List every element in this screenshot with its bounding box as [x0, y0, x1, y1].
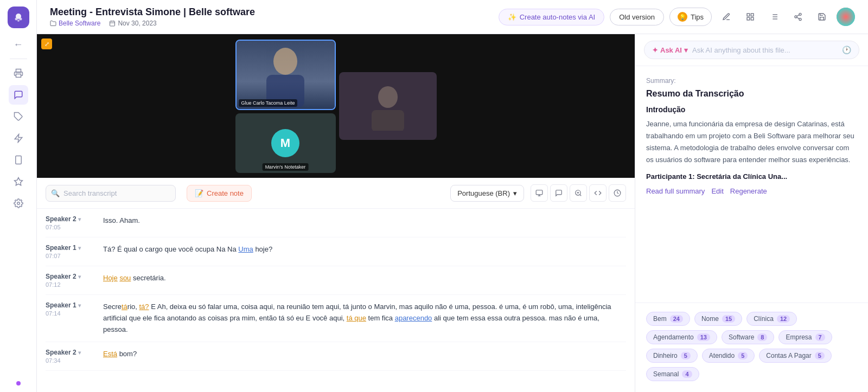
tag-count: 13 [697, 333, 710, 341]
speaker-name[interactable]: Speaker 2 ▾ [46, 215, 94, 223]
intro-text: Jeanne, uma funcionária da empresa de de… [646, 118, 857, 166]
transcript-entry: Speaker 2 ▾07:34Está bom? [46, 342, 626, 371]
speaker-name[interactable]: Speaker 1 ▾ [46, 301, 94, 309]
tag-name: Agendamento [653, 333, 694, 341]
avatar[interactable] [837, 8, 855, 26]
history-icon[interactable]: 🕐 [842, 46, 851, 54]
search-input[interactable] [46, 185, 176, 202]
create-note-button[interactable]: 📝 Create note [187, 185, 252, 202]
sidebar-tag-icon[interactable] [9, 107, 28, 126]
tag-name: Nome [701, 315, 719, 323]
ai-search-wrap: ✦ Ask AI ▾ 🕐 [644, 41, 859, 59]
regenerate-link[interactable]: Regenerate [730, 187, 767, 195]
transcript-entry: Speaker 1 ▾07:14Secretário, tá? E Ah, de… [46, 295, 626, 342]
transcript-entry: Speaker 2 ▾07:12Hoje sou secretária. [46, 266, 626, 295]
tag-item[interactable]: Bem24 [646, 312, 690, 326]
svg-point-31 [837, 8, 855, 26]
svg-rect-12 [110, 21, 115, 26]
tag-item[interactable]: Semanal4 [646, 367, 699, 381]
transcript-panel: 🔍 📝 Create note Portuguese (BR) ▾ [37, 178, 635, 392]
project-link[interactable]: Belle Software [59, 20, 100, 27]
grid-icon-button[interactable] [741, 8, 760, 26]
sidebar-settings-icon[interactable] [9, 194, 28, 213]
transcript-text: Isso. Aham. [103, 215, 626, 230]
intro-title: Introdução [646, 105, 857, 114]
tips-button[interactable]: 💡 Tips [669, 8, 712, 26]
header: Meeting - Entrevista Simone | Belle soft… [37, 0, 868, 34]
sidebar-mobile-icon[interactable] [9, 150, 28, 170]
tag-name: Dinheiro [653, 352, 678, 359]
toolbar-icon-1[interactable] [531, 184, 548, 202]
tips-icon: 💡 [678, 12, 687, 22]
toolbar-icon-5[interactable] [609, 184, 626, 202]
video-bg: ⤢ Glue Carlo [37, 34, 635, 178]
edit-icon-button[interactable] [717, 8, 736, 26]
speaker-time: 07:14 [46, 310, 94, 317]
speaker-name[interactable]: Speaker 2 ▾ [46, 273, 94, 280]
video-layout: Glue Carlo Tacoma Leite M Marvin's Notet… [37, 34, 635, 178]
speaker-name[interactable]: Speaker 2 ▾ [46, 349, 94, 356]
toolbar-icon-3[interactable] [570, 184, 587, 202]
tag-item[interactable]: Dinheiro5 [646, 349, 698, 363]
note-icon: 📝 [195, 189, 203, 197]
tag-item[interactable]: Contas A Pagar5 [759, 349, 832, 363]
sidebar-dot [16, 381, 21, 385]
tag-item[interactable]: Software8 [722, 330, 774, 344]
toolbar-icon-4[interactable] [589, 184, 607, 202]
speaker-info: Speaker 1 ▾07:14 [46, 301, 94, 335]
sidebar-print-icon[interactable] [9, 63, 28, 83]
create-autonotes-button[interactable]: ✨ Create auto-notes via AI [499, 9, 604, 25]
tag-item[interactable]: Atendido5 [702, 349, 755, 363]
speaker-time: 07:07 [46, 253, 94, 259]
read-full-link[interactable]: Read full summary [646, 187, 705, 195]
sparkle-icon-small: ✦ [652, 46, 658, 54]
edit-link[interactable]: Edit [711, 187, 723, 195]
share-icon-button[interactable] [789, 8, 807, 26]
sidebar-bolt-icon[interactable] [9, 128, 28, 148]
tags-grid: Bem24Nome15Clínica12Agendamento13Softwar… [646, 312, 857, 381]
tag-name: Contas A Pagar [766, 352, 811, 359]
tag-count: 15 [722, 315, 735, 323]
header-right: ✨ Create auto-notes via AI Old version 💡… [499, 8, 855, 26]
ask-ai-button[interactable]: ✦ Ask AI ▾ [652, 46, 688, 54]
video-avatar: M [271, 129, 299, 157]
sidebar-back-icon[interactable]: ← [9, 35, 28, 54]
ai-search-input[interactable] [692, 46, 838, 54]
app-logo[interactable] [8, 7, 29, 28]
tag-item[interactable]: Nome15 [694, 312, 742, 326]
svg-marker-10 [14, 178, 22, 185]
svg-rect-17 [751, 14, 754, 16]
svg-point-34 [378, 86, 398, 108]
video-container[interactable]: ⤢ Glue Carlo [37, 34, 635, 178]
speaker-time: 07:05 [46, 224, 94, 230]
save-icon-button[interactable] [813, 8, 831, 26]
toolbar-icons [531, 184, 626, 202]
toolbar-icon-2[interactable] [550, 184, 567, 202]
main-content: Meeting - Entrevista Simone | Belle soft… [37, 0, 868, 392]
transcript-entry: Speaker 2 ▾07:05Isso. Aham. [46, 209, 626, 237]
tag-item[interactable]: Agendamento13 [646, 330, 717, 344]
speaker-info: Speaker 2 ▾07:05 [46, 215, 94, 230]
old-version-button[interactable]: Old version [610, 9, 664, 25]
language-selector[interactable]: Portuguese (BR) ▾ [450, 185, 524, 202]
svg-rect-36 [536, 190, 542, 195]
svg-point-1 [15, 18, 17, 21]
tag-item[interactable]: Empresa7 [778, 330, 832, 344]
list-icon-button[interactable] [765, 8, 783, 26]
tag-count: 24 [670, 315, 683, 323]
sidebar-star-icon[interactable] [9, 172, 28, 191]
sidebar-divider [10, 59, 27, 59]
summary-content: Summary: Resumo da Transcrição Introduçã… [635, 66, 868, 303]
video-pip-label: Glue Carlo Tacoma Leite [239, 99, 298, 107]
tag-item[interactable]: Clínica12 [746, 312, 797, 326]
video-pip-main: Glue Carlo Tacoma Leite [235, 40, 336, 110]
chevron-down-icon-ai: ▾ [684, 46, 688, 54]
sidebar-chat-icon[interactable] [9, 85, 28, 105]
svg-line-29 [797, 17, 800, 19]
transcript-toolbar: 🔍 📝 Create note Portuguese (BR) ▾ [37, 178, 635, 209]
speaker-name[interactable]: Speaker 1 ▾ [46, 244, 94, 252]
svg-point-26 [799, 13, 801, 15]
svg-marker-7 [15, 134, 22, 143]
svg-point-32 [273, 48, 297, 75]
header-left: Meeting - Entrevista Simone | Belle soft… [50, 7, 255, 27]
